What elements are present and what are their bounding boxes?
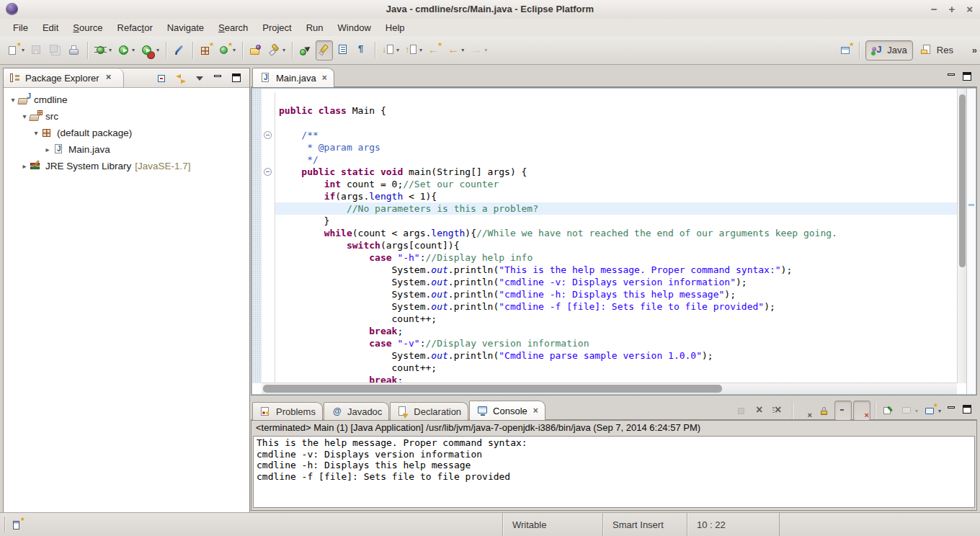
minimize-button[interactable]: − (931, 2, 937, 17)
tab-javadoc[interactable]: Javadoc (324, 402, 389, 420)
code-text-area[interactable]: public class Main { /** * @param args */… (262, 89, 957, 383)
code-line[interactable]: } (262, 215, 957, 227)
new-java-class-button[interactable]: ▾ (216, 40, 238, 61)
search-button[interactable]: ▾ (266, 40, 288, 61)
annotation-ruler[interactable] (252, 89, 262, 383)
collapse-fold-icon[interactable] (264, 131, 272, 139)
tree-item--default-package-[interactable]: ▾(default package) (4, 125, 249, 141)
tab-declaration[interactable]: Declaration (390, 402, 468, 420)
pin-console-button[interactable] (880, 401, 897, 421)
code-line[interactable]: public class Main { (262, 104, 957, 117)
code-line[interactable]: * @param args (262, 141, 957, 153)
code-line[interactable]: count++; (262, 313, 957, 325)
editor-vertical-scrollbar[interactable] (957, 89, 967, 383)
run-external-tools-button[interactable]: ▾ (138, 40, 161, 61)
fast-view-icon[interactable] (11, 519, 24, 531)
minimize-icon[interactable] (945, 403, 958, 416)
scrollbar-thumb[interactable] (959, 94, 966, 267)
expand-arrow-icon[interactable]: ▸ (19, 162, 30, 170)
expand-arrow-icon[interactable]: ▸ (43, 146, 53, 153)
remove-launch-button[interactable] (752, 401, 769, 421)
code-line[interactable]: System.out.println("cmdline -h: Displays… (262, 288, 957, 300)
menu-project[interactable]: Project (255, 20, 298, 35)
new-java-project-button[interactable] (197, 40, 215, 61)
scroll-lock-button[interactable] (816, 401, 833, 421)
code-line[interactable]: int count = 0;//Set our counter (262, 178, 957, 190)
menu-refactor[interactable]: Refactor (110, 20, 160, 35)
dropdown-arrow-icon[interactable]: ▾ (132, 47, 135, 53)
code-line[interactable]: switch(args[count]){ (262, 239, 957, 251)
open-external-javadoc-button[interactable] (297, 40, 314, 61)
menu-search[interactable]: Search (211, 20, 255, 35)
overview-ruler[interactable] (966, 89, 976, 394)
maximize-icon[interactable] (961, 71, 974, 83)
console-output[interactable]: This is the help message. Proper command… (253, 436, 975, 508)
clear-console-button[interactable] (797, 401, 814, 421)
tab-problems[interactable]: Problems (252, 402, 323, 420)
debug-button[interactable]: ▾ (92, 40, 114, 61)
tree-item-main-java[interactable]: ▸Main.java (4, 141, 249, 158)
tab-main.java[interactable]: Main.java× (252, 68, 334, 87)
dropdown-arrow-icon[interactable]: ▾ (282, 47, 285, 53)
code-line[interactable]: case "-h"://Display help info (262, 251, 957, 264)
run-button[interactable]: ▾ (115, 40, 137, 61)
code-line[interactable]: System.out.println("This is the help mes… (262, 264, 957, 276)
tree-item-src[interactable]: ▾src (4, 108, 249, 125)
collapse-fold-icon[interactable] (264, 168, 272, 176)
dropdown-arrow-icon[interactable]: ▾ (109, 47, 112, 53)
open-type-button[interactable] (247, 40, 264, 61)
package-explorer-tab[interactable]: Package Explorer (4, 68, 124, 87)
code-line[interactable] (262, 117, 957, 129)
expand-arrow-icon[interactable]: ▾ (31, 129, 41, 137)
code-line[interactable]: break; (262, 325, 957, 337)
close-icon[interactable]: × (533, 406, 538, 416)
tree-item-cmdline[interactable]: ▾cmdline (4, 91, 249, 108)
menu-run[interactable]: Run (299, 20, 331, 35)
show-whitespace-button[interactable] (353, 40, 370, 61)
dropdown-arrow-icon[interactable]: ▾ (484, 47, 487, 53)
previous-annotation-button[interactable]: ▾ (403, 40, 424, 61)
code-line[interactable]: case "-v"://Display version information (262, 337, 957, 349)
code-line[interactable]: count++; (262, 362, 957, 374)
last-edit-location-button[interactable] (426, 40, 443, 61)
open-perspective-button[interactable] (837, 40, 855, 61)
minimize-icon[interactable] (945, 71, 958, 83)
code-line[interactable]: System.out.println("Cmdline parse sample… (262, 349, 957, 362)
tree-item-jre-system-library[interactable]: ▸JRE System Library[JavaSE-1.7] (4, 158, 249, 174)
mark-occurrences-button[interactable] (316, 40, 333, 61)
close-button[interactable]: × (966, 2, 973, 17)
print-button[interactable] (66, 40, 83, 61)
maximize-view-button[interactable] (228, 69, 246, 86)
dropdown-arrow-icon[interactable]: ▾ (396, 47, 399, 53)
new-button[interactable]: ▾ (5, 40, 27, 61)
code-line[interactable]: while(count < args.length){//While we ha… (262, 227, 957, 239)
next-annotation-button[interactable]: ▾ (380, 40, 401, 61)
dropdown-arrow-icon[interactable]: ▾ (938, 408, 941, 414)
code-line[interactable]: System.out.println("cmdline -f [file]: S… (262, 300, 957, 313)
menu-navigate[interactable]: Navigate (160, 20, 211, 35)
link-with-editor-button[interactable] (172, 69, 190, 86)
dropdown-arrow-icon[interactable]: ▾ (156, 47, 159, 53)
view-menu-button[interactable] (191, 69, 208, 86)
menu-window[interactable]: Window (331, 20, 378, 35)
dropdown-arrow-icon[interactable]: ▾ (419, 47, 422, 53)
perspective-java-button[interactable]: Java (865, 40, 912, 61)
editor-horizontal-scrollbar[interactable] (262, 383, 957, 394)
close-icon[interactable]: × (322, 73, 327, 83)
maximize-icon[interactable] (961, 403, 974, 416)
remove-all-terminated-button[interactable] (770, 401, 788, 421)
dropdown-arrow-icon[interactable]: ▾ (461, 47, 464, 53)
scrollbar-thumb[interactable] (263, 385, 722, 393)
show-console-on-stdout-button[interactable] (834, 401, 852, 421)
minimize-view-button[interactable] (210, 69, 227, 86)
close-icon[interactable] (103, 72, 116, 84)
perspective-res-button[interactable]: Res (915, 40, 971, 61)
back-button[interactable]: ▾ (445, 40, 466, 61)
perspective-overflow-chevron[interactable]: » (972, 45, 977, 55)
dropdown-arrow-icon[interactable]: ▾ (915, 408, 918, 414)
menu-help[interactable]: Help (378, 20, 412, 35)
dropdown-arrow-icon[interactable]: ▾ (22, 47, 24, 53)
code-editor[interactable]: public class Main { /** * @param args */… (251, 87, 977, 396)
expand-arrow-icon[interactable]: ▾ (19, 112, 30, 120)
maximize-button[interactable]: + (948, 2, 955, 17)
